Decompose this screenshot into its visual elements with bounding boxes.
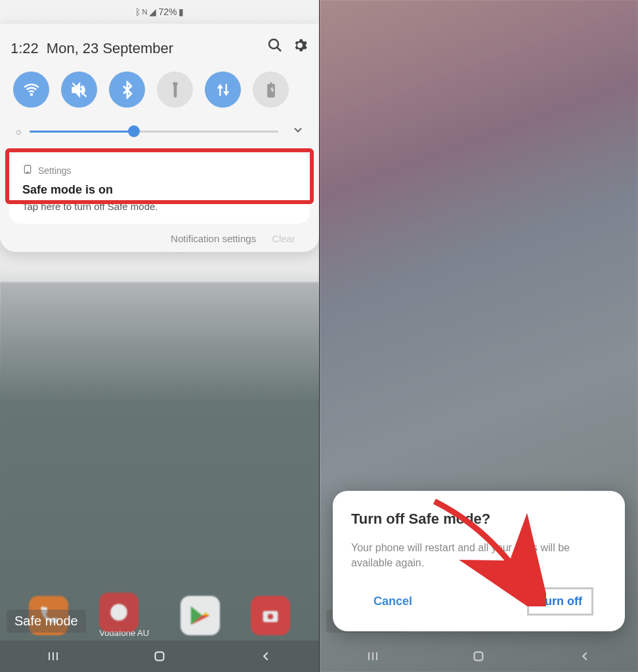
battery-icon: ▮ (179, 7, 184, 17)
notification-body: Tap here to turn off Safe mode. (22, 201, 297, 212)
svg-point-5 (268, 614, 274, 620)
brightness-slider[interactable]: ☼ (11, 123, 308, 139)
bluetooth-toggle[interactable] (109, 72, 145, 108)
clear-button[interactable]: Clear (272, 233, 295, 244)
wifi-toggle[interactable] (13, 72, 49, 108)
mobile-data-toggle[interactable] (205, 72, 241, 108)
search-icon[interactable] (266, 37, 284, 54)
notification-settings-link[interactable]: Notification settings (171, 233, 256, 244)
brightness-low-icon: ☼ (14, 126, 23, 136)
svg-point-0 (269, 39, 278, 49)
sound-toggle[interactable] (61, 72, 97, 108)
back-button[interactable] (253, 643, 279, 669)
turn-off-safe-mode-dialog: Turn off Safe mode? Your phone will rest… (333, 491, 625, 631)
svg-point-3 (111, 604, 128, 621)
svg-rect-10 (368, 652, 370, 660)
vodafone-app-icon[interactable] (99, 593, 138, 632)
svg-rect-6 (49, 652, 50, 660)
quick-settings-panel: 1:22 Mon, 23 September (0, 24, 319, 252)
safe-mode-notification[interactable]: Settings Safe mode is on Tap here to tur… (9, 152, 310, 224)
svg-rect-7 (53, 652, 54, 660)
recents-button[interactable] (40, 643, 66, 669)
svg-rect-12 (376, 652, 377, 660)
modal-body: Your phone will restart and all your app… (351, 541, 606, 570)
gear-icon[interactable] (291, 37, 308, 54)
signal-indicator-icon: ◢ (149, 7, 156, 17)
clock-date: Mon, 23 September (47, 40, 259, 57)
camera-app-icon[interactable] (251, 596, 290, 635)
battery-percent-text: 72% (158, 7, 177, 17)
notification-source: Settings (38, 165, 72, 176)
nfc-indicator-icon: N (142, 8, 148, 16)
home-button[interactable] (146, 643, 173, 669)
svg-line-1 (277, 47, 281, 51)
svg-rect-11 (372, 652, 373, 660)
recents-button[interactable] (360, 643, 386, 669)
chevron-down-icon[interactable] (291, 123, 305, 139)
play-store-icon[interactable] (181, 596, 220, 635)
svg-rect-8 (56, 652, 58, 660)
brightness-thumb[interactable] (128, 125, 140, 137)
status-bar: ᛒ N ◢ 72% ▮ (0, 0, 319, 24)
bluetooth-indicator-icon: ᛒ (135, 7, 140, 17)
clock-time: 1:22 (11, 40, 39, 57)
turn-off-button[interactable]: Turn off (527, 587, 593, 616)
cancel-button[interactable]: Cancel (364, 589, 421, 614)
svg-rect-9 (156, 652, 164, 661)
modal-title: Turn off Safe mode? (351, 511, 606, 528)
right-screenshot: Safe mode Turn off Safe mode? Your phone… (319, 0, 638, 672)
settings-app-icon (22, 164, 33, 177)
brightness-track[interactable] (30, 131, 278, 133)
left-screenshot: ᛒ N ◢ 72% ▮ 1:22 Mon, 23 September (0, 0, 319, 672)
back-button[interactable] (572, 643, 598, 669)
home-button[interactable] (465, 643, 492, 669)
svg-rect-13 (475, 652, 483, 661)
flashlight-toggle[interactable] (157, 72, 193, 108)
navigation-bar (0, 640, 319, 672)
safe-mode-badge: Safe mode (7, 610, 86, 633)
navigation-bar (320, 640, 638, 672)
power-saving-toggle[interactable] (253, 72, 289, 108)
notification-title: Safe mode is on (22, 183, 297, 197)
